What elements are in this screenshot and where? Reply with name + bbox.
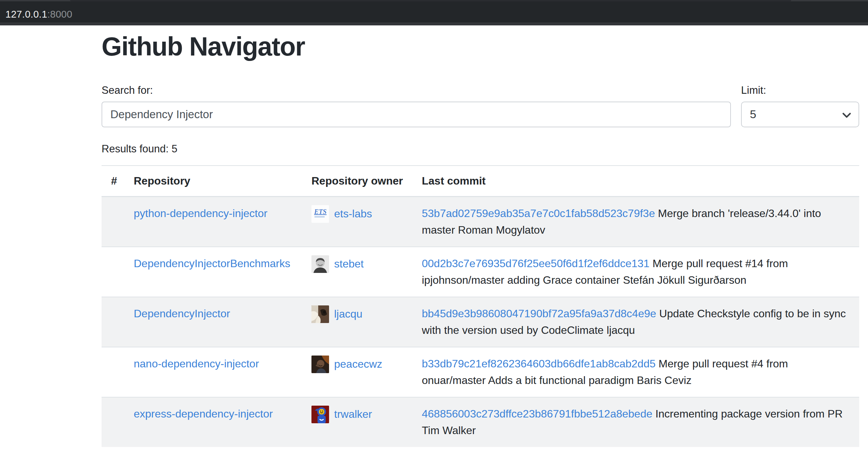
results-count: Results found: 5: [102, 143, 859, 155]
owner-link[interactable]: stebet: [334, 256, 364, 272]
owner-avatar-portrait: [311, 255, 329, 273]
owner-avatar-cats: [311, 305, 329, 323]
table-row: DependencyInjectorBenchmarks: [102, 247, 859, 297]
column-header-owner: Repository owner: [311, 166, 422, 197]
owner-cell: peacecwz: [311, 356, 414, 373]
search-column: Search for:: [102, 84, 731, 127]
chevron-down-icon: [842, 108, 851, 121]
row-index: [102, 247, 134, 297]
browser-top-bar: 127.0.0.1:8000: [0, 0, 868, 25]
owner-link[interactable]: ets-labs: [334, 206, 372, 222]
repository-link[interactable]: nano-dependency-injector: [134, 358, 259, 370]
page-title: Github Navigator: [102, 25, 859, 62]
limit-select[interactable]: 5: [741, 102, 859, 127]
owner-cell: ETS ets-labs: [311, 205, 414, 223]
column-header-last-commit: Last commit: [422, 166, 859, 197]
commit-hash-link[interactable]: 53b7ad02759e9ab35a7e7c0c1fab58d523c79f3e: [422, 207, 655, 219]
owner-avatar-lego-spaceman: [311, 406, 329, 423]
row-index: [102, 347, 134, 397]
browser-active-tab-edge: [70, 0, 791, 1]
limit-column: Limit: 5: [741, 84, 859, 127]
row-index: [102, 297, 134, 347]
owner-cell: stebet: [311, 255, 414, 273]
repository-link[interactable]: python-dependency-injector: [134, 207, 267, 219]
limit-label: Limit:: [741, 84, 859, 96]
commit-hash-link[interactable]: 468856003c273dffce23b86791fbbe512a8ebede: [422, 408, 652, 420]
row-index: [102, 196, 134, 247]
address-bar[interactable]: 127.0.0.1:8000: [5, 9, 72, 20]
table-header-row: # Repository Repository owner Last commi…: [102, 166, 859, 197]
page-content: Github Navigator Search for: Limit: 5 Re…: [102, 25, 859, 447]
owner-avatar-selfie: [311, 356, 329, 373]
url-port: :8000: [47, 9, 72, 20]
owner-cell: ljacqu: [311, 305, 414, 323]
owner-cell: trwalker: [311, 406, 414, 423]
repository-link[interactable]: DependencyInjectorBenchmarks: [134, 257, 290, 270]
owner-link[interactable]: peacecwz: [334, 356, 382, 372]
commit-hash-link[interactable]: b33db79c21ef8262364603db66dfe1ab8cab2dd5: [422, 358, 655, 370]
table-row: DependencyInjector: [102, 297, 859, 347]
repository-link[interactable]: express-dependency-injector: [134, 408, 273, 420]
owner-link[interactable]: ljacqu: [334, 306, 363, 322]
commit-hash-link[interactable]: 00d2b3c7e76935d76f25ee50f6d1f2ef6ddce131: [422, 257, 650, 270]
column-header-repository: Repository: [134, 166, 311, 197]
table-row: nano-dependency-injector: [102, 347, 859, 397]
owner-link[interactable]: trwalker: [334, 406, 372, 423]
url-host: 127.0.0.1: [5, 9, 47, 20]
repository-link[interactable]: DependencyInjector: [134, 307, 230, 320]
table-row: python-dependency-injector ETS ets-labs: [102, 196, 859, 247]
owner-avatar-ets-labs-logo: ETS: [311, 205, 329, 223]
search-label: Search for:: [102, 84, 731, 96]
search-form: Search for: Limit: 5: [102, 84, 859, 127]
results-table: # Repository Repository owner Last commi…: [102, 165, 859, 447]
table-row: express-dependency-injector: [102, 397, 859, 447]
commit-hash-link[interactable]: bb45d9e3b98608047190bf72a95fa9a37d8c4e9e: [422, 307, 656, 320]
row-index: [102, 397, 134, 447]
limit-selected-value: 5: [750, 108, 756, 121]
column-header-index: #: [102, 166, 134, 197]
search-input[interactable]: [102, 102, 731, 127]
browser-bar-bottom-edge: [0, 22, 868, 25]
svg-text:ETS: ETS: [314, 208, 327, 215]
